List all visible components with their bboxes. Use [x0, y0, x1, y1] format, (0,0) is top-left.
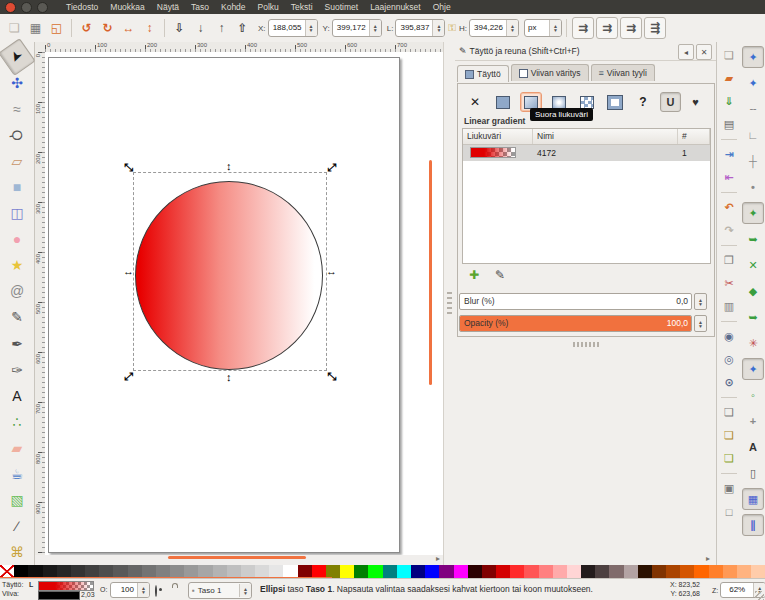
- toolbar-overflow-icon[interactable]: ▸: [706, 555, 710, 563]
- palette-swatch[interactable]: [553, 565, 567, 578]
- y-input[interactable]: 399,172 ▲▼: [332, 19, 382, 37]
- snap-paths-toggle[interactable]: ➥: [742, 228, 764, 250]
- stroke-indicator-swatch[interactable]: [38, 591, 80, 600]
- palette-swatch[interactable]: [567, 565, 581, 578]
- palette-scroll-right-icon[interactable]: ▸: [436, 555, 440, 563]
- palette-swatch[interactable]: [524, 565, 538, 578]
- fill-swatch-button[interactable]: [604, 92, 626, 112]
- tool-spray[interactable]: ∴: [3, 409, 31, 435]
- scale-handle-s[interactable]: ↕: [226, 372, 232, 382]
- transform-gradients-toggle[interactable]: ⇉: [620, 17, 642, 39]
- menu-item[interactable]: Suotimet: [319, 0, 365, 14]
- layer-visibility-icon[interactable]: [155, 586, 157, 596]
- unit-spinner[interactable]: ▲▼: [549, 20, 561, 36]
- transform-patterns-toggle[interactable]: ⇶: [644, 17, 666, 39]
- width-spinner[interactable]: ▲▼: [432, 20, 444, 36]
- ungroup-button[interactable]: □: [718, 501, 740, 522]
- tool-connector[interactable]: ⌘: [3, 539, 31, 565]
- palette-swatch[interactable]: [340, 565, 354, 578]
- fill-rule-nonzero-button[interactable]: ♥: [685, 92, 706, 112]
- palette-swatch[interactable]: [709, 565, 723, 578]
- snap-guides-toggle[interactable]: ∥: [742, 514, 764, 536]
- fill-none-button[interactable]: ✕: [464, 92, 486, 112]
- palette-swatch[interactable]: [595, 565, 609, 578]
- snap-line-midpoints-toggle[interactable]: ✳: [742, 332, 764, 354]
- snap-nodes-toggle[interactable]: ✦: [742, 202, 764, 224]
- object-opacity-spinner[interactable]: ▲▼: [137, 583, 149, 597]
- menu-item[interactable]: Taso: [185, 0, 215, 14]
- palette-swatch[interactable]: [624, 565, 638, 578]
- palette-swatch[interactable]: [666, 565, 680, 578]
- gradient-list-row[interactable]: 4172 1: [463, 145, 710, 161]
- fill-flat-color-button[interactable]: [492, 92, 514, 112]
- tool-bezier-pen[interactable]: ✒: [3, 331, 31, 357]
- print-button[interactable]: ▤: [718, 114, 740, 135]
- window-minimize-button[interactable]: [21, 2, 32, 13]
- x-input[interactable]: 188,055 ▲▼: [268, 19, 318, 37]
- flip-vertical-button[interactable]: ↕: [140, 18, 159, 38]
- menu-item[interactable]: Näytä: [151, 0, 185, 14]
- dialog-resize-grip[interactable]: [573, 342, 599, 347]
- menu-item[interactable]: Polku: [252, 0, 285, 14]
- snap-grids-toggle[interactable]: ▦: [742, 488, 764, 510]
- unit-select[interactable]: px ▲▼: [524, 19, 562, 37]
- scale-handle-nw[interactable]: ⤡: [124, 162, 133, 172]
- palette-swatch[interactable]: [694, 565, 708, 578]
- window-maximize-button[interactable]: [37, 2, 48, 13]
- menu-item[interactable]: Muokkaa: [104, 0, 151, 14]
- new-document-button[interactable]: ❏: [718, 45, 740, 66]
- palette-swatch[interactable]: [383, 565, 397, 578]
- snap-others-toggle[interactable]: ✦: [742, 358, 764, 380]
- rotate-ccw-button[interactable]: ↺: [77, 18, 96, 38]
- canvas-viewport[interactable]: ⤡ ↕ ⤢ ↔ ⤡ ↕ ⤢ ↔: [45, 52, 443, 555]
- canvas-vertical-scrollbar[interactable]: [429, 160, 432, 385]
- tool-gradient[interactable]: ▧: [3, 487, 31, 513]
- palette-swatch[interactable]: [510, 565, 524, 578]
- snap-text-baseline-toggle[interactable]: A: [742, 436, 764, 458]
- menu-item[interactable]: Ohje: [427, 0, 457, 14]
- lock-ratio-icon[interactable]: ⚿: [448, 22, 456, 34]
- snap-object-centers-toggle[interactable]: ◦: [742, 384, 764, 406]
- clone-button[interactable]: ❏: [718, 425, 740, 446]
- palette-swatch[interactable]: [751, 565, 765, 578]
- scale-handle-w[interactable]: ↔: [123, 266, 134, 276]
- rotate-cw-button[interactable]: ↻: [98, 18, 117, 38]
- snap-enable-toggle[interactable]: ✦: [742, 46, 764, 68]
- window-resize-grip[interactable]: [755, 591, 764, 600]
- lower-to-bottom-button[interactable]: ⇩: [170, 18, 189, 38]
- snap-bbox-toggle[interactable]: ✦: [742, 72, 764, 94]
- blur-spinner[interactable]: ▲▼: [694, 293, 707, 310]
- snap-rotation-centers-toggle[interactable]: +: [742, 410, 764, 432]
- x-spinner[interactable]: ▲▼: [305, 20, 317, 36]
- tab-stroke-paint[interactable]: Viivan väritys: [511, 64, 589, 81]
- tool-spiral[interactable]: @: [3, 278, 31, 304]
- transform-stroke-toggle[interactable]: ⇉: [572, 17, 594, 39]
- raise-button[interactable]: ↑: [212, 18, 231, 38]
- palette-swatch[interactable]: [680, 565, 694, 578]
- unlink-clone-button[interactable]: ❏: [718, 448, 740, 469]
- fill-rule-evenodd-button[interactable]: U: [660, 92, 681, 112]
- opacity-spinner[interactable]: ▲▼: [694, 315, 707, 332]
- cut-button[interactable]: ✂: [718, 273, 740, 294]
- lower-button[interactable]: ↓: [191, 18, 210, 38]
- palette-swatch[interactable]: [425, 565, 439, 578]
- transform-corners-toggle[interactable]: ⇉: [596, 17, 618, 39]
- paste-button[interactable]: ▥: [718, 296, 740, 317]
- blur-slider[interactable]: Blur (%) 0,0: [459, 293, 692, 310]
- snap-bbox-edge-midpoints-toggle[interactable]: ┼: [742, 150, 764, 172]
- palette-swatch[interactable]: [354, 565, 368, 578]
- palette-swatch[interactable]: [496, 565, 510, 578]
- tool-text[interactable]: A: [3, 383, 31, 409]
- tool-ellipse[interactable]: ●: [3, 226, 31, 252]
- scale-handle-sw[interactable]: ⤢: [124, 371, 133, 381]
- menu-item[interactable]: Tiedosto: [60, 0, 104, 14]
- export-button[interactable]: ⇤: [718, 167, 740, 188]
- zoom-drawing-button[interactable]: ◎: [718, 349, 740, 370]
- dialog-collapse-button[interactable]: ◂: [678, 44, 694, 60]
- tool-3dbox[interactable]: ◫: [3, 200, 31, 226]
- tool-star[interactable]: ★: [3, 252, 31, 278]
- save-button[interactable]: ⇓: [718, 91, 740, 112]
- flip-horizontal-button[interactable]: ↔: [119, 18, 138, 38]
- scale-handle-n[interactable]: ↕: [226, 161, 232, 171]
- height-input[interactable]: 394,226 ▲▼: [469, 19, 519, 37]
